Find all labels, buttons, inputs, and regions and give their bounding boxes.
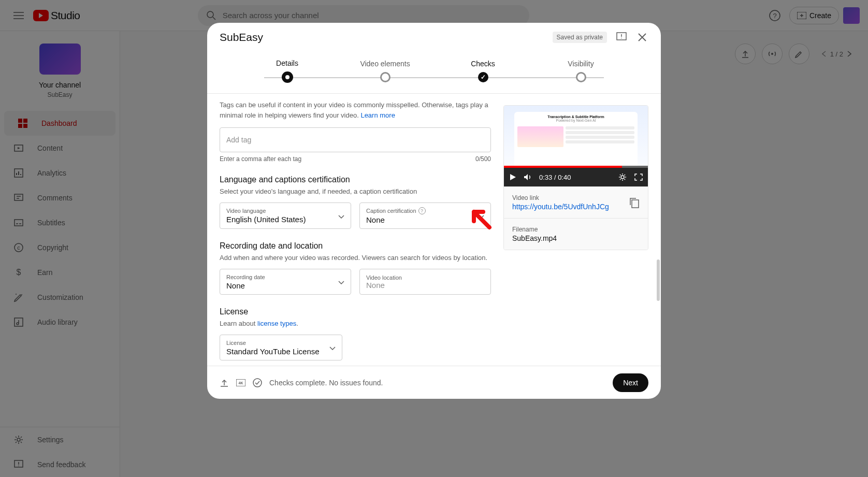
step-label: Details: [276, 59, 298, 67]
modal-title: SubEasy: [220, 31, 263, 44]
fullscreen-icon[interactable]: [634, 174, 643, 181]
recording-date-value: None: [226, 281, 344, 290]
chevron-down-icon: [338, 211, 344, 221]
footer-status-icons: 4K: [220, 378, 262, 387]
recording-date-select[interactable]: Recording date None: [220, 269, 351, 295]
close-button[interactable]: [636, 31, 648, 44]
recording-section-desc: Add when and where your video was record…: [220, 254, 491, 262]
video-language-select[interactable]: Video language English (United States): [220, 203, 351, 229]
license-section-title: License: [220, 307, 491, 316]
svg-rect-24: [632, 200, 639, 208]
language-section-desc: Select your video's language and, if nee…: [220, 187, 491, 195]
video-location-placeholder: None: [366, 281, 484, 290]
modal-header: SubEasy Saved as private: [207, 23, 661, 52]
play-icon[interactable]: [509, 174, 516, 181]
caption-cert-label: Caption certification ?: [366, 207, 484, 214]
video-language-label: Video language: [226, 208, 344, 214]
preview-card: Transcription & Subtitle Platform Powere…: [503, 105, 648, 250]
filename-label: Filename: [512, 226, 640, 233]
learn-more-link[interactable]: Learn more: [360, 111, 395, 119]
license-fields-row: License Standard YouTube License: [220, 335, 491, 360]
next-button[interactable]: Next: [613, 373, 648, 392]
player-time: 0:33 / 0:40: [539, 174, 571, 181]
tag-input-footer: Enter a comma after each tag 0/500: [220, 155, 491, 163]
video-thumbnail[interactable]: Transcription & Subtitle Platform Powere…: [504, 106, 648, 186]
step-visibility[interactable]: Visibility: [532, 60, 630, 82]
filename-block: Filename SubEasy.mp4: [504, 218, 648, 250]
svg-point-23: [621, 176, 624, 179]
recording-date-label: Recording date: [226, 274, 344, 280]
video-link-label: Video link: [512, 194, 609, 201]
license-select[interactable]: License Standard YouTube License: [220, 335, 342, 360]
step-dot-icon: [282, 71, 293, 83]
settings-gear-icon[interactable]: [618, 172, 627, 182]
feedback-button[interactable]: [615, 31, 628, 44]
recording-fields-row: Recording date None Video location None: [220, 269, 491, 295]
tag-hint-left: Enter a comma after each tag: [220, 155, 301, 163]
help-icon[interactable]: ?: [418, 207, 426, 214]
filename-value: SubEasy.mp4: [512, 234, 640, 242]
player-controls: 0:33 / 0:40: [504, 168, 648, 186]
scrollbar-thumb[interactable]: [657, 259, 660, 301]
saved-status-badge: Saved as private: [553, 32, 607, 43]
step-check-icon: [478, 72, 488, 82]
stepper-line: [264, 77, 604, 78]
upload-modal: SubEasy Saved as private Details Video e…: [207, 23, 661, 399]
footer-status-text: Checks complete. No issues found.: [269, 379, 383, 387]
step-checks[interactable]: Checks: [434, 60, 532, 82]
upload-stepper: Details Video elements Checks Visibility: [207, 52, 661, 94]
modal-body: Tags can be useful if content in your vi…: [207, 94, 661, 366]
close-icon: [637, 32, 647, 42]
volume-icon[interactable]: [524, 174, 532, 181]
video-link[interactable]: https://youtu.be/5UvdfUnhJCg: [512, 203, 609, 211]
caption-cert-value: None: [366, 215, 484, 224]
video-preview-panel: Transcription & Subtitle Platform Powere…: [503, 94, 648, 366]
step-label: Video elements: [360, 60, 410, 68]
language-section-title: Language and captions certification: [220, 175, 491, 184]
step-dot-icon: [576, 72, 586, 82]
language-fields-row: Video language English (United States) C…: [220, 203, 491, 229]
chevron-down-icon: [329, 343, 336, 352]
video-location-label: Video location: [366, 274, 484, 281]
upload-status-icon: [220, 378, 229, 387]
form-area: Tags can be useful if content in your vi…: [220, 94, 491, 366]
video-language-value: English (United States): [226, 215, 344, 224]
video-location-input[interactable]: Video location None: [359, 269, 491, 295]
tag-placeholder: Add tag: [226, 136, 251, 144]
modal-backdrop: SubEasy Saved as private Details Video e…: [0, 0, 868, 477]
step-video-elements[interactable]: Video elements: [336, 60, 434, 82]
tag-counter: 0/500: [475, 155, 491, 163]
modal-footer: 4K Checks complete. No issues found. Nex…: [207, 366, 661, 399]
license-value: Standard YouTube License: [226, 347, 336, 356]
step-label: Visibility: [568, 60, 594, 68]
recording-section-title: Recording date and location: [220, 241, 491, 251]
step-details[interactable]: Details: [238, 59, 336, 83]
video-link-block: Video link https://youtu.be/5UvdfUnhJCg: [504, 186, 648, 218]
copy-icon[interactable]: [629, 197, 640, 209]
license-label: License: [226, 340, 336, 346]
chevron-down-icon: [338, 277, 344, 286]
checks-done-icon: [253, 378, 262, 387]
tag-input[interactable]: Add tag: [220, 127, 491, 152]
tags-hint: Tags can be useful if content in your vi…: [220, 100, 491, 120]
thumb-preview-content: Transcription & Subtitle Platform Powere…: [514, 112, 638, 171]
hd-badge-icon: 4K: [236, 379, 245, 386]
svg-point-27: [253, 379, 262, 387]
step-dot-icon: [380, 72, 390, 82]
svg-text:4K: 4K: [239, 381, 243, 385]
step-label: Checks: [471, 60, 495, 68]
feedback-icon: [616, 32, 627, 43]
license-section-desc: Learn about license types.: [220, 320, 491, 327]
annotation-arrow-icon: [469, 207, 495, 233]
license-types-link[interactable]: license types: [257, 320, 296, 327]
